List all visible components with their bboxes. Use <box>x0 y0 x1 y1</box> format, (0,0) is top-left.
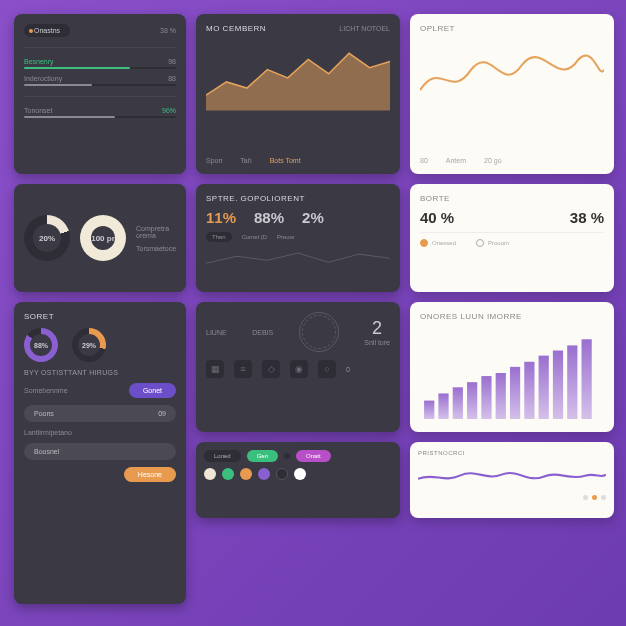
progress-ring <box>299 312 339 352</box>
pager-dot-active[interactable] <box>592 495 597 500</box>
radio-option-2[interactable]: Prooom <box>476 239 509 247</box>
metric-label: Inderoctiony <box>24 75 62 82</box>
swatch-white[interactable] <box>294 468 306 480</box>
donut-1: 20% <box>24 215 70 261</box>
svg-rect-6 <box>510 367 520 419</box>
header-label: DEBIS <box>252 329 273 336</box>
green-button[interactable]: Gen <box>247 450 278 462</box>
card-title: MO CEMBERN <box>206 24 266 33</box>
swatch-dark[interactable] <box>276 468 288 480</box>
percent-value: 2% <box>302 209 324 226</box>
bar-chart-card: ONORES LUUN IMORRE <box>410 302 614 432</box>
pager-dot[interactable] <box>583 495 588 500</box>
borte-card: BORTE 40 % 38 % Onessed Prooom <box>410 184 614 292</box>
percent-label: 38 % <box>160 27 176 34</box>
big-number: 2 <box>364 318 390 339</box>
donut-value: 100 pr <box>91 226 115 250</box>
area-chart-card: MO CEMBERNLICHT NOTOEL Spon Tah Bots Tom… <box>196 14 400 174</box>
svg-rect-0 <box>424 401 434 419</box>
donut-value: 20% <box>33 224 61 252</box>
card-title: BORTE <box>420 194 604 203</box>
metric-value: 98 <box>168 58 176 65</box>
input-value: 09 <box>158 410 166 417</box>
svg-rect-4 <box>481 376 491 419</box>
pager-dot[interactable] <box>601 495 606 500</box>
magenta-button[interactable]: Onatt <box>296 450 331 462</box>
stat-label: Tah <box>240 157 251 164</box>
chip-label: Preow <box>277 234 294 240</box>
metric-value: 88 <box>168 75 176 82</box>
sidebar-metrics-card: Onastns 38 % Besnenry98 Inderoctiony88 T… <box>14 14 186 174</box>
dark-button[interactable]: Loned <box>204 450 241 462</box>
swatch-cream[interactable] <box>204 468 216 480</box>
svg-rect-10 <box>567 345 577 419</box>
stat-label: 80 <box>420 157 428 164</box>
diamond-icon[interactable]: ◇ <box>262 360 280 378</box>
area-chart <box>206 39 390 111</box>
list-icon[interactable]: ≡ <box>234 360 252 378</box>
stat-label: 20 go <box>484 157 502 164</box>
chip-label: Comel (D <box>242 234 267 240</box>
input-label: Poons <box>34 410 54 417</box>
svg-rect-11 <box>582 339 592 419</box>
percent-value: 11% <box>206 209 236 226</box>
svg-rect-2 <box>453 387 463 419</box>
input-field-1[interactable]: Poons 09 <box>24 405 176 422</box>
circle-icon[interactable]: ○ <box>318 360 336 378</box>
form-label: Lantlirmipetano <box>24 429 176 436</box>
caption: Torsmaetoce <box>136 245 176 252</box>
input-field-2[interactable]: Boosnel <box>24 443 176 460</box>
svg-rect-7 <box>524 362 534 419</box>
mini-donut-1: 88% <box>24 328 58 362</box>
card-title: PRISTNOCRCI <box>418 450 606 456</box>
svg-rect-5 <box>496 373 506 419</box>
metric-value: 96% <box>162 107 176 114</box>
card-title: SORET <box>24 312 176 321</box>
orange-button[interactable]: Hesone <box>124 467 176 482</box>
swatch-purple[interactable] <box>258 468 270 480</box>
pin-icon[interactable]: ◉ <box>290 360 308 378</box>
metric-2: Inderoctiony88 <box>24 75 176 86</box>
purple-button[interactable]: Gonet <box>129 383 176 398</box>
stat-label: Bots Tomt <box>270 157 301 164</box>
metric-label: Besnenry <box>24 58 54 65</box>
line-chart <box>420 39 604 121</box>
stat-label: Antem <box>446 157 466 164</box>
small-button[interactable] <box>284 453 290 459</box>
tab-label: Onastns <box>34 27 60 34</box>
radio-label: Onessed <box>432 240 456 246</box>
tab-pill[interactable]: Onastns <box>24 24 70 37</box>
percent-card: SPTRE. GOPOLIORENT 11% 88% 2% Then Comel… <box>196 184 400 292</box>
card-title: OPLRET <box>420 24 604 33</box>
metric-3: Tononset96% <box>24 107 176 118</box>
controls-card: Loned Gen Onatt <box>196 442 400 518</box>
line-debs-card: LIUNE DEBIS 2 Snll tore ▦ ≡ ◇ ◉ ○ 0 <box>196 302 400 432</box>
donut-card: 20% 100 pr Compretra orema Torsmaetoce <box>14 184 186 292</box>
sparkline <box>206 248 390 268</box>
grid-icon[interactable]: ▦ <box>206 360 224 378</box>
svg-rect-1 <box>438 393 448 419</box>
radio-option-1[interactable]: Onessed <box>420 239 456 247</box>
card-title: ONORES LUUN IMORRE <box>420 312 604 321</box>
stat-label: Spon <box>206 157 222 164</box>
input-label: Boosnel <box>34 448 59 455</box>
metric-1: Besnenry98 <box>24 58 176 69</box>
swatch-green[interactable] <box>222 468 234 480</box>
mini-donut-2: 29% <box>72 328 106 362</box>
section-title: BYY OSTISTTANT HIRUGS <box>24 369 176 376</box>
big-label: Snll tore <box>364 339 390 346</box>
swatch-orange[interactable] <box>240 468 252 480</box>
svg-rect-3 <box>467 382 477 419</box>
soret-form-card: SORET 88% 29% BYY OSTISTTANT HIRUGS Some… <box>14 302 186 604</box>
wave-card: PRISTNOCRCI <box>410 442 614 518</box>
percent-value: 88% <box>254 209 284 226</box>
svg-rect-9 <box>553 351 563 419</box>
percent-value: 40 % <box>420 209 454 226</box>
wave-chart <box>418 460 606 491</box>
caption: Compretra orema <box>136 225 176 239</box>
svg-rect-8 <box>539 356 549 419</box>
percent-value: 38 % <box>570 209 604 226</box>
metric-label: Tononset <box>24 107 52 114</box>
chip[interactable]: Then <box>206 232 232 242</box>
card-title: SPTRE. GOPOLIORENT <box>206 194 390 203</box>
